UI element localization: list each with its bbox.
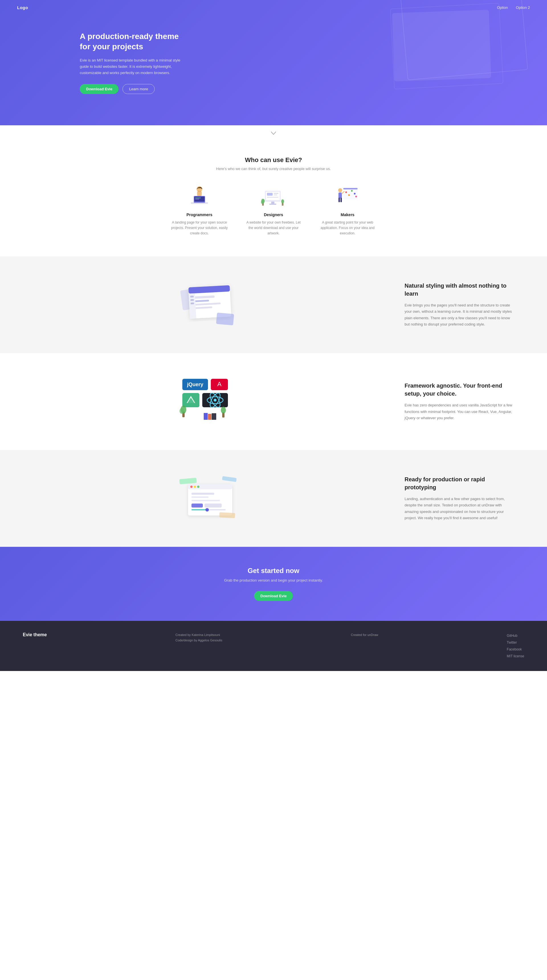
svg-rect-73 [191,504,203,508]
svg-rect-71 [191,496,209,498]
navigation: Logo Option Option 2 [0,0,547,15]
footer-for-col: Created for unDraw [351,632,378,660]
svg-point-28 [338,188,342,192]
scroll-indicator[interactable] [0,125,547,139]
footer-twitter-link[interactable]: Twitter [507,639,524,646]
framework-text: Framework agnostic. Your front-end setup… [405,382,513,421]
programmer-svg [188,185,211,208]
footer: Evie theme Created by Katerina Limpitsou… [0,621,547,671]
feature-natural-section: Natural styling with almost nothing to l… [0,256,547,353]
footer-credit-2: Code/design by Aggelos Gesoulis [175,638,223,643]
svg-rect-61 [208,414,211,420]
card-designers: Designers A website for your own freebie… [245,185,302,236]
svg-rect-14 [274,194,277,196]
programmer-icon [171,185,228,208]
framework-visual: jQuery A [34,376,382,427]
programmers-title: Programmers [171,212,228,217]
svg-rect-74 [204,504,222,508]
svg-point-26 [348,194,350,196]
natural-styling-illustration [174,279,242,330]
cards-row: Programmers A landing page for your open… [11,185,536,236]
footer-links-col: GitHub Twitter Facebook MIT license [507,632,524,660]
maker-svg [336,185,359,208]
maker-icon [319,185,376,208]
who-title: Who can use Evie? [11,156,536,164]
feature-framework-section: Framework agnostic. Your front-end setup… [0,353,547,450]
natural-styling-text: Natural styling with almost nothing to l… [405,282,513,327]
svg-point-23 [345,191,347,193]
svg-point-18 [261,200,263,204]
natural-styling-desc: Evie brings you the pages you'll need an… [405,302,513,327]
hero-description: Evie is an MIT licensed template bundled… [80,57,188,76]
footer-for: Created for unDraw [351,632,378,638]
hero-title: A production-ready theme for your projec… [80,31,188,52]
production-visual [34,473,382,524]
svg-rect-70 [191,493,214,495]
svg-rect-3 [195,198,201,198]
framework-title: Framework agnostic. Your front-end setup… [405,382,513,398]
card-programmers: Programmers A landing page for your open… [171,185,228,236]
svg-rect-75 [179,477,196,484]
svg-rect-43 [191,302,194,304]
svg-rect-7 [198,191,201,192]
svg-point-64 [221,407,226,414]
learn-more-button[interactable]: Learn more [123,84,155,94]
footer-brand-col: Evie theme [23,632,47,660]
who-section: Who can use Evie? Here's who we can thin… [0,139,547,256]
svg-point-56 [214,399,217,402]
card-makers: Makers A great starting point for your w… [319,185,376,236]
svg-point-67 [190,485,193,488]
svg-rect-42 [190,299,194,301]
svg-rect-79 [191,509,207,511]
programmers-desc: A landing page for your open source proj… [171,220,228,236]
svg-point-69 [197,485,199,488]
svg-rect-22 [343,188,357,189]
hero-content: A production-ready theme for your projec… [80,8,188,117]
framework-desc: Evie has zero dependencies and uses vani… [405,402,513,421]
svg-point-25 [354,193,356,194]
footer-facebook-link[interactable]: Facebook [507,646,524,653]
footer-brand: Evie theme [23,632,47,637]
svg-rect-72 [191,500,220,501]
designer-icon [245,185,302,208]
svg-point-20 [281,199,284,204]
hero-inner-shape [392,10,491,81]
production-illustration [177,473,239,524]
designers-title: Designers [245,212,302,217]
footer-license-link[interactable]: MIT license [507,653,524,660]
svg-rect-76 [222,476,236,482]
makers-title: Makers [319,212,376,217]
nav-option2[interactable]: Option 2 [516,5,530,10]
natural-styling-visual [34,279,382,330]
nav-links: Option Option 2 [497,5,530,10]
svg-text:jQuery: jQuery [187,382,203,387]
cta-title: Get started now [11,567,536,575]
svg-point-80 [206,508,209,512]
production-text: Ready for production or rapid prototypin… [405,475,513,521]
cta-download-button[interactable]: Download Evie [254,591,293,601]
hero-section: A production-ready theme for your projec… [0,0,547,125]
designers-desc: A website for your own freebies. Let the… [245,220,302,236]
svg-rect-41 [190,296,194,298]
nav-option1[interactable]: Option [497,5,508,10]
svg-rect-62 [212,413,216,420]
svg-rect-29 [338,192,342,198]
footer-github-link[interactable]: GitHub [507,632,524,639]
svg-point-68 [194,485,196,488]
svg-rect-11 [269,204,276,205]
svg-rect-32 [340,198,342,202]
svg-text:A: A [217,380,222,388]
natural-styling-title: Natural styling with almost nothing to l… [405,282,513,298]
feature-production-section: Ready for production or rapid prototypin… [0,450,547,547]
svg-point-24 [351,190,353,192]
svg-rect-10 [271,202,274,204]
svg-point-59 [180,408,184,414]
chevron-down-icon [271,132,276,135]
download-evie-button[interactable]: Download Evie [80,84,118,94]
svg-rect-12 [267,193,273,196]
framework-illustration: jQuery A [180,376,236,427]
production-desc: Landing, authentication and a few other … [405,496,513,521]
cta-subtitle: Grab the production version and begin yo… [11,578,536,582]
svg-rect-15 [267,197,278,198]
hero-buttons: Download Evie Learn more [80,84,188,94]
